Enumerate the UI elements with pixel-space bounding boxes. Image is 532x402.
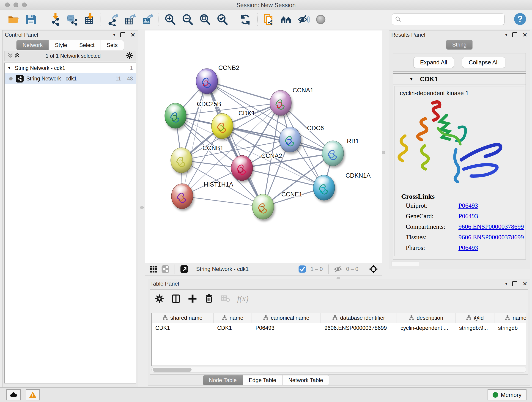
node-CCNA1[interactable]: CCNA1 bbox=[270, 87, 314, 115]
tab-network[interactable]: Network bbox=[16, 40, 49, 50]
crosslink-link[interactable]: 9606.ENSP00000378699 bbox=[458, 234, 524, 241]
tab-network-table[interactable]: Network Table bbox=[283, 375, 329, 385]
crosslink-link[interactable]: 9606.ENSP00000378699 bbox=[458, 223, 524, 230]
search-box[interactable] bbox=[392, 13, 505, 25]
selected-checkbox-icon[interactable] bbox=[298, 265, 306, 273]
edge-CCNB2-CCNA1[interactable] bbox=[207, 81, 281, 103]
float-panel-icon[interactable] bbox=[512, 32, 517, 37]
open-folder-icon[interactable] bbox=[6, 13, 21, 26]
zoom-selected-icon[interactable] bbox=[215, 13, 229, 26]
collapse-all-button[interactable]: Collapse All bbox=[462, 57, 505, 68]
tab-sets[interactable]: Sets bbox=[101, 40, 124, 50]
network-canvas[interactable]: CCNB2CCNA1CDC25BCDK1CDC6RB1CCNB1CCNA2CDK… bbox=[145, 31, 382, 263]
network-edges[interactable] bbox=[176, 81, 333, 207]
inactive-eye-icon[interactable] bbox=[314, 13, 328, 26]
tab-select[interactable]: Select bbox=[73, 40, 101, 50]
maximize-window-button[interactable] bbox=[22, 2, 27, 7]
close-panel-icon[interactable]: ✕ bbox=[522, 281, 527, 287]
node-HIST1H1A[interactable]: HIST1H1A bbox=[171, 181, 233, 209]
node-CCNA2[interactable]: CCNA2 bbox=[231, 153, 282, 181]
column-header-database-identifier[interactable]: database identifier bbox=[321, 313, 397, 323]
results-scrollbar[interactable] bbox=[392, 261, 419, 266]
edge-CCNA2-CDKN1A[interactable] bbox=[242, 168, 324, 188]
column-header-shared-name[interactable]: shared name bbox=[152, 313, 214, 323]
panel-menu-icon[interactable]: ▾ bbox=[113, 32, 115, 37]
collapse-all-networks-icon[interactable] bbox=[7, 52, 14, 60]
close-panel-icon[interactable]: ✕ bbox=[522, 32, 527, 38]
column-header-name[interactable]: name bbox=[214, 313, 252, 323]
minimize-window-button[interactable] bbox=[13, 2, 18, 7]
panel-menu-icon[interactable]: ▾ bbox=[505, 32, 507, 37]
table-cell[interactable]: cyclin-dependent ... bbox=[397, 323, 456, 333]
table-cell[interactable]: 9606.ENSP00000378699 bbox=[321, 323, 397, 333]
collection-disclosure-icon[interactable]: ▼ bbox=[7, 66, 11, 70]
crosslink-link[interactable]: P06493 bbox=[458, 244, 478, 251]
crosslink-link[interactable]: P06493 bbox=[458, 202, 478, 209]
refresh-icon[interactable] bbox=[238, 13, 253, 26]
gene-section-header[interactable]: ▼ CDK1 bbox=[393, 74, 526, 85]
column-header-canonical-name[interactable]: canonical name bbox=[252, 313, 321, 323]
help-icon[interactable]: ? bbox=[514, 13, 526, 25]
table-horizontal-scrollbar[interactable] bbox=[152, 367, 526, 373]
split-columns-icon[interactable] bbox=[171, 294, 181, 303]
birdseye-grid-icon[interactable] bbox=[149, 265, 158, 273]
save-icon[interactable] bbox=[24, 13, 38, 26]
network-options-gear-icon[interactable] bbox=[126, 51, 133, 60]
zoom-out-icon[interactable] bbox=[180, 13, 195, 26]
close-panel-icon[interactable]: ✕ bbox=[130, 32, 135, 38]
edge-CCNB2-HIST1H1A[interactable] bbox=[182, 81, 207, 196]
node-CCNB1[interactable]: CCNB1 bbox=[171, 145, 224, 173]
column-header-description[interactable]: description bbox=[397, 313, 456, 323]
cloud-status-button[interactable] bbox=[6, 389, 21, 400]
import-database-icon[interactable] bbox=[64, 13, 79, 26]
home-houses-icon[interactable] bbox=[279, 13, 293, 26]
table-cell[interactable]: CDK1 bbox=[214, 323, 252, 333]
network-row[interactable]: String Network - cdk1 11 48 bbox=[5, 73, 136, 84]
expand-all-button[interactable]: Expand All bbox=[413, 57, 454, 68]
panel-menu-icon[interactable]: ▾ bbox=[505, 281, 507, 286]
tab-string[interactable]: String bbox=[446, 40, 473, 50]
export-image-icon[interactable] bbox=[140, 13, 154, 26]
table-cell[interactable]: P06493 bbox=[252, 323, 321, 333]
share-network-icon[interactable] bbox=[161, 265, 170, 273]
right-splitter-handle[interactable] bbox=[382, 151, 385, 154]
edge-HIST1H1A-CCNE1[interactable] bbox=[182, 196, 263, 207]
node-CDKN1A[interactable]: CDKN1A bbox=[313, 172, 371, 200]
tab-edge-table[interactable]: Edge Table bbox=[243, 375, 283, 385]
export-table-icon[interactable] bbox=[122, 13, 137, 26]
float-panel-icon[interactable] bbox=[512, 281, 517, 286]
table-cell[interactable]: stringdb bbox=[494, 323, 526, 333]
table-cell[interactable]: CDK1 bbox=[152, 323, 214, 333]
add-column-icon[interactable] bbox=[188, 294, 197, 303]
crosslink-link[interactable]: P06493 bbox=[458, 212, 478, 220]
column-header-namespace[interactable]: namespace bbox=[494, 313, 526, 323]
attribute-table[interactable]: shared namenamecanonical namedatabase id… bbox=[152, 313, 526, 366]
copy-files-icon[interactable] bbox=[261, 13, 276, 26]
zoom-in-icon[interactable] bbox=[163, 13, 177, 26]
network-collection-row[interactable]: ▼ String Network - cdk1 1 bbox=[5, 63, 136, 73]
zoom-fit-icon[interactable] bbox=[198, 13, 212, 26]
memory-button[interactable]: Memory bbox=[488, 389, 526, 400]
import-table-icon[interactable] bbox=[82, 13, 96, 26]
left-splitter-handle[interactable] bbox=[140, 206, 144, 209]
gear-icon[interactable] bbox=[155, 294, 164, 303]
scrollbar-thumb[interactable] bbox=[152, 368, 191, 372]
hide-eye-icon[interactable] bbox=[296, 13, 310, 26]
float-panel-icon[interactable] bbox=[120, 32, 125, 37]
tab-style[interactable]: Style bbox=[49, 40, 73, 50]
open-in-new-window-icon[interactable] bbox=[180, 265, 188, 273]
tab-node-table[interactable]: Node Table bbox=[203, 375, 243, 385]
import-network-icon[interactable] bbox=[47, 13, 61, 26]
hidden-eye-slash-icon[interactable] bbox=[334, 265, 342, 273]
table-cell[interactable]: stringdb:9... bbox=[456, 323, 494, 333]
close-window-button[interactable] bbox=[5, 2, 10, 7]
navigator-crosshair-icon[interactable] bbox=[369, 265, 378, 273]
gene-disclosure-icon[interactable]: ▼ bbox=[409, 77, 413, 82]
expand-all-networks-icon[interactable] bbox=[14, 52, 21, 60]
node-RB1[interactable]: RB1 bbox=[322, 138, 359, 166]
export-network-icon[interactable] bbox=[105, 13, 119, 26]
search-input[interactable] bbox=[402, 16, 504, 23]
column-header-id[interactable]: @id bbox=[456, 313, 494, 323]
delete-column-icon[interactable] bbox=[204, 294, 214, 303]
warning-status-button[interactable] bbox=[26, 389, 40, 400]
